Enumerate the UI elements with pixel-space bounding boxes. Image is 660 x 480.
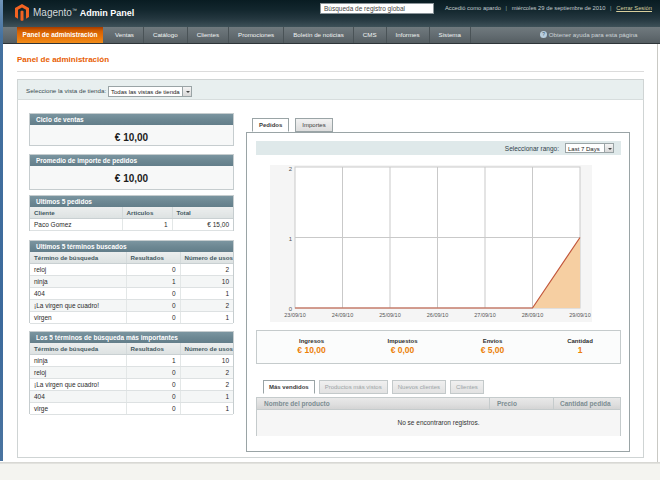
- svg-text:23/09/10: 23/09/10: [284, 312, 305, 318]
- svg-text:24/09/10: 24/09/10: [332, 312, 353, 318]
- svg-text:26/09/10: 26/09/10: [427, 312, 448, 318]
- svg-text:29/09/10: 29/09/10: [569, 312, 590, 318]
- svg-text:27/09/10: 27/09/10: [474, 312, 495, 318]
- svg-text:28/09/10: 28/09/10: [522, 312, 543, 318]
- svg-text:25/09/10: 25/09/10: [379, 312, 400, 318]
- svg-text:?: ?: [542, 32, 545, 37]
